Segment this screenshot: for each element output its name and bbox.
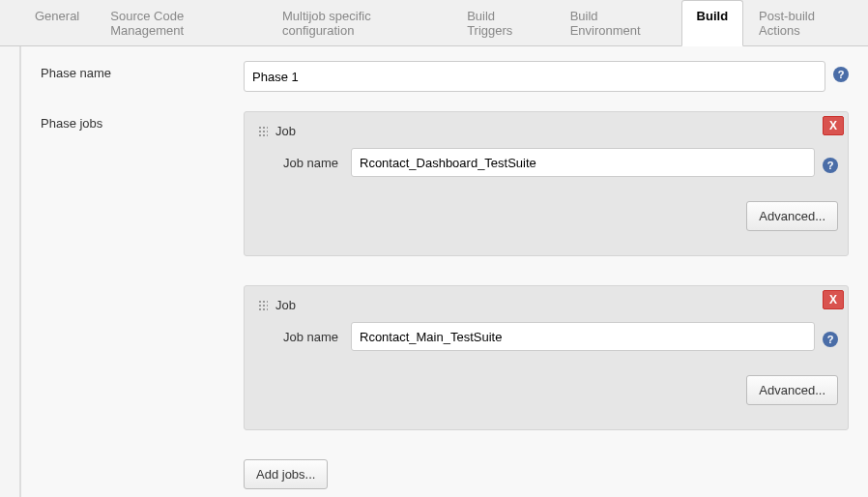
tab-build[interactable]: Build xyxy=(681,0,744,46)
phase-jobs-row: Phase jobs X Job Job name ? Advanced... xyxy=(41,111,849,489)
job-name-row: Job name ? xyxy=(283,148,838,177)
tab-scm[interactable]: Source Code Management xyxy=(95,0,267,45)
job-name-input[interactable] xyxy=(351,322,815,351)
tab-build-environment[interactable]: Build Environment xyxy=(555,0,681,45)
add-jobs-button[interactable]: Add jobs... xyxy=(244,459,328,489)
job-title: Job xyxy=(275,124,296,138)
tab-multijob[interactable]: Multijob specific configuration xyxy=(267,0,451,45)
job-panel: X Job Job name ? Advanced... xyxy=(244,111,849,256)
remove-job-button[interactable]: X xyxy=(823,290,844,309)
phase-name-label: Phase name xyxy=(41,61,244,80)
help-icon[interactable]: ? xyxy=(823,158,838,173)
tab-build-triggers[interactable]: Build Triggers xyxy=(451,0,555,45)
jobs-container: X Job Job name ? Advanced... X xyxy=(244,111,849,489)
job-name-row: Job name ? xyxy=(283,322,838,351)
job-panel: X Job Job name ? Advanced... xyxy=(244,285,849,430)
build-content: Phase name ? Phase jobs X Job Job name ? xyxy=(19,46,868,497)
phase-name-row: Phase name ? xyxy=(41,61,849,92)
tab-general[interactable]: General xyxy=(19,0,95,45)
tabs-bar: General Source Code Management Multijob … xyxy=(0,0,868,46)
help-icon[interactable]: ? xyxy=(823,332,838,347)
phase-jobs-label: Phase jobs xyxy=(41,111,244,131)
job-name-label: Job name xyxy=(283,156,351,170)
advanced-button[interactable]: Advanced... xyxy=(746,201,838,231)
tab-post-build[interactable]: Post-build Actions xyxy=(743,0,868,45)
help-icon[interactable]: ? xyxy=(833,67,849,82)
drag-handle-icon[interactable] xyxy=(258,300,268,311)
job-title: Job xyxy=(275,298,296,312)
job-name-input[interactable] xyxy=(351,148,815,177)
job-name-label: Job name xyxy=(283,330,351,344)
remove-job-button[interactable]: X xyxy=(823,116,844,135)
drag-handle-icon[interactable] xyxy=(258,126,268,137)
phase-name-input[interactable] xyxy=(244,61,825,92)
advanced-button[interactable]: Advanced... xyxy=(746,375,838,405)
